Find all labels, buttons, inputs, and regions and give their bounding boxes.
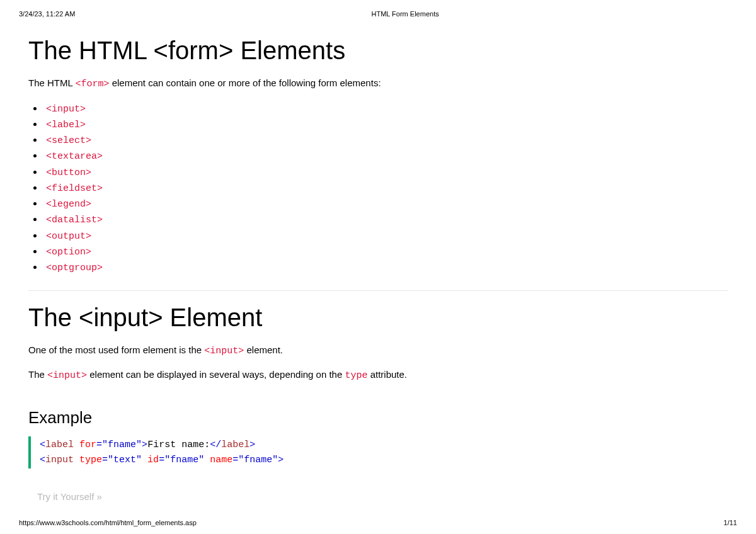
q: " bbox=[272, 455, 278, 465]
attr: name bbox=[204, 455, 232, 465]
bracket: < bbox=[40, 440, 45, 450]
input-paragraph-2: The <input> element can be displayed in … bbox=[28, 368, 728, 383]
code-example: <label for="fname">First name:</label> <… bbox=[28, 436, 728, 469]
intro-paragraph: The HTML <form> element can contain one … bbox=[28, 76, 728, 92]
code-tag: <input> bbox=[46, 104, 86, 115]
heading-input-element: The <input> Element bbox=[28, 304, 728, 332]
list-item: <input> bbox=[43, 101, 728, 116]
eq: = bbox=[102, 455, 108, 465]
q: " bbox=[102, 440, 108, 450]
q: " bbox=[238, 455, 244, 465]
bracket: </ bbox=[210, 440, 221, 450]
form-elements-list: <input> <label> <select> <textarea> <but… bbox=[43, 101, 728, 276]
code-input-tag: <input> bbox=[47, 370, 87, 381]
code-tag: <label> bbox=[46, 120, 86, 130]
text: element. bbox=[247, 344, 284, 355]
bracket: < bbox=[40, 455, 45, 465]
print-footer: https://www.w3schools.com/html/html_form… bbox=[0, 519, 756, 526]
eq: = bbox=[159, 455, 164, 465]
val: fname bbox=[244, 455, 272, 465]
list-item: <optgroup> bbox=[43, 259, 728, 275]
code-line-1: <label for="fname">First name:</label> bbox=[40, 438, 728, 452]
list-item: <output> bbox=[43, 228, 728, 244]
bracket: > bbox=[249, 440, 255, 450]
section-divider bbox=[28, 290, 728, 291]
list-item: <label> bbox=[43, 116, 728, 132]
val: fname bbox=[170, 455, 198, 465]
val: fname bbox=[108, 440, 136, 450]
list-item: <button> bbox=[43, 164, 728, 180]
print-header: 3/24/23, 11:22 AM HTML Form Elements bbox=[0, 0, 756, 20]
print-page-number: 1/11 bbox=[724, 519, 737, 526]
q: " bbox=[108, 455, 113, 465]
list-item: <select> bbox=[43, 132, 728, 148]
print-datetime: 3/24/23, 11:22 AM bbox=[19, 10, 75, 18]
print-spacer bbox=[735, 10, 737, 18]
text: One of the most used form element is the bbox=[28, 344, 204, 355]
input-paragraph-1: One of the most used form element is the… bbox=[28, 343, 728, 359]
text: First name: bbox=[147, 440, 210, 450]
attr: type bbox=[74, 455, 102, 465]
code-tag: <button> bbox=[46, 168, 91, 178]
val: text bbox=[113, 455, 136, 465]
q: " bbox=[198, 455, 204, 465]
code-input-tag: <input> bbox=[204, 346, 244, 356]
code-tag: <textarea> bbox=[46, 151, 103, 162]
code-form-tag: <form> bbox=[75, 79, 109, 89]
eq: = bbox=[232, 455, 238, 465]
list-item: <legend> bbox=[43, 196, 728, 212]
q: " bbox=[164, 455, 170, 465]
print-title: HTML Form Elements bbox=[372, 10, 439, 18]
intro-suffix: element can contain one or more of the f… bbox=[112, 77, 381, 88]
try-it-yourself-button[interactable]: Try it Yourself » bbox=[35, 485, 105, 508]
code-tag: <option> bbox=[46, 247, 91, 258]
code-tag: <output> bbox=[46, 231, 91, 242]
bracket: > bbox=[142, 440, 147, 450]
list-item: <datalist> bbox=[43, 212, 728, 227]
code-tag: <select> bbox=[46, 135, 91, 146]
code-tag: <datalist> bbox=[46, 215, 103, 225]
example-heading: Example bbox=[28, 408, 728, 428]
code-tag: <legend> bbox=[46, 199, 91, 210]
attr: id bbox=[142, 455, 159, 465]
heading-form-elements: The HTML <form> Elements bbox=[28, 37, 728, 65]
attr: for bbox=[74, 440, 96, 450]
list-item: <option> bbox=[43, 244, 728, 259]
code-tag: <optgroup> bbox=[46, 263, 103, 273]
q: " bbox=[136, 455, 142, 465]
text: attribute. bbox=[370, 369, 407, 380]
tagname: input bbox=[45, 455, 74, 465]
bracket: > bbox=[278, 455, 284, 465]
code-type-attr: type bbox=[345, 370, 367, 381]
text: The bbox=[28, 369, 47, 380]
tagname: label bbox=[221, 440, 249, 450]
list-item: <fieldset> bbox=[43, 180, 728, 196]
text: element can be displayed in several ways… bbox=[89, 369, 345, 380]
q: " bbox=[136, 440, 142, 450]
intro-prefix: The HTML bbox=[28, 77, 75, 88]
code-line-2: <input type="text" id="fname" name="fnam… bbox=[40, 453, 728, 467]
eq: = bbox=[96, 440, 102, 450]
list-item: <textarea> bbox=[43, 148, 728, 164]
print-url: https://www.w3schools.com/html/html_form… bbox=[19, 519, 197, 526]
code-tag: <fieldset> bbox=[46, 183, 103, 194]
tagname: label bbox=[45, 440, 74, 450]
